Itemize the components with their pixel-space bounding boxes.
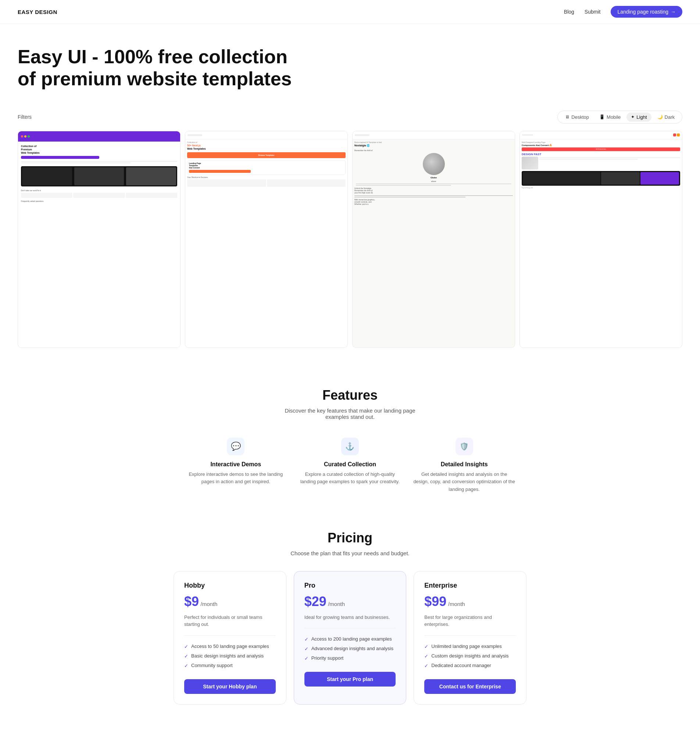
plan-amount-pro: $29 bbox=[304, 594, 326, 609]
pricing-title: Pricing bbox=[18, 530, 682, 546]
plan-features-enterprise: ✓ Unlimited landing page examples ✓ Cust… bbox=[424, 642, 516, 670]
shield-icon: 🛡️ bbox=[459, 442, 469, 451]
template-card-4[interactable]: Well-Designed Landing Page Components th… bbox=[519, 131, 682, 348]
check-icon: ✓ bbox=[184, 663, 188, 669]
plan-amount-hobby: $9 bbox=[184, 594, 199, 609]
plan-period-pro: /month bbox=[328, 601, 345, 607]
pricing-subtitle: Choose the plan that fits your needs and… bbox=[18, 550, 682, 557]
filter-mobile[interactable]: 📱 Mobile bbox=[595, 112, 625, 122]
check-icon: ✓ bbox=[424, 644, 428, 649]
plan-period-hobby: /month bbox=[201, 601, 218, 607]
template-grid: Collection ofPremiumWeb Templates Don't … bbox=[0, 131, 700, 365]
hero-title: Easy UI - 100% free collection of premiu… bbox=[18, 46, 299, 90]
check-icon: ✓ bbox=[184, 654, 188, 659]
filter-desktop[interactable]: 🖥 Desktop bbox=[561, 112, 593, 122]
plan-divider-pro bbox=[304, 628, 396, 628]
plan-feature-pro-3: ✓ Priority support bbox=[304, 654, 396, 663]
feature-insights-title: Detailed Insights bbox=[413, 461, 515, 468]
feature-icon-curated: ⚓ bbox=[341, 438, 359, 455]
plan-desc-enterprise: Best for large organizations and enterpr… bbox=[424, 614, 516, 628]
feature-curated-desc: Explore a curated collection of high-qua… bbox=[299, 471, 401, 486]
plan-feature-hobby-3: ✓ Community support bbox=[184, 661, 276, 670]
feature-curated-collection: ⚓ Curated Collection Explore a curated c… bbox=[299, 438, 401, 494]
anchor-icon: ⚓ bbox=[345, 442, 354, 451]
filter-mobile-icon: 📱 bbox=[599, 114, 605, 120]
plan-price-hobby: $9 /month bbox=[184, 594, 276, 609]
plan-feature-enterprise-2: ✓ Custom design insights and analysis bbox=[424, 651, 516, 661]
plan-features-pro: ✓ Access to 200 landing page examples ✓ … bbox=[304, 634, 396, 663]
nav-link-blog[interactable]: Blog bbox=[564, 9, 574, 15]
nav-logo: EASY DESIGN bbox=[18, 9, 57, 15]
check-icon: ✓ bbox=[304, 646, 308, 652]
plan-feature-pro-2: ✓ Advanced design insights and analysis bbox=[304, 644, 396, 654]
check-icon: ✓ bbox=[304, 637, 308, 642]
plan-feature-hobby-1: ✓ Access to 50 landing page examples bbox=[184, 642, 276, 651]
check-icon: ✓ bbox=[184, 644, 188, 649]
features-subtitle: Discover the key features that make our … bbox=[277, 407, 423, 420]
feature-detailed-insights: 🛡️ Detailed Insights Get detailed insigh… bbox=[413, 438, 515, 494]
plan-desc-pro: Ideal for growing teams and businesses. bbox=[304, 614, 396, 621]
feature-icon-interactive: 💬 bbox=[227, 438, 244, 455]
pricing-card-pro: Pro $29 /month Ideal for growing teams a… bbox=[294, 571, 407, 705]
feature-curated-title: Curated Collection bbox=[299, 461, 401, 468]
pricing-card-enterprise: Enterprise $99 /month Best for large org… bbox=[414, 571, 526, 705]
template-card-3[interactable]: Retro-inspired UI Template to feel Nosta… bbox=[352, 131, 515, 348]
filter-light-icon: ✦ bbox=[631, 114, 634, 120]
nav-cta-button[interactable]: Landing page roasting → bbox=[611, 6, 682, 18]
plan-price-enterprise: $99 /month bbox=[424, 594, 516, 609]
filters-label: Filters bbox=[18, 114, 31, 120]
plan-price-pro: $29 /month bbox=[304, 594, 396, 609]
plan-feature-hobby-2: ✓ Basic design insights and analysis bbox=[184, 651, 276, 661]
filter-group: 🖥 Desktop 📱 Mobile ✦ Light 🌙 Dark bbox=[557, 111, 682, 124]
plan-cta-hobby[interactable]: Start your Hobby plan bbox=[184, 679, 276, 694]
filter-mobile-label: Mobile bbox=[607, 114, 621, 120]
feature-interactive-desc: Explore interactive demos to see the lan… bbox=[185, 471, 287, 486]
navbar: EASY DESIGN Blog Submit Landing page roa… bbox=[0, 0, 700, 24]
filters-row: Filters 🖥 Desktop 📱 Mobile ✦ Light 🌙 Dar… bbox=[0, 105, 700, 131]
feature-interactive-title: Interactive Demos bbox=[185, 461, 287, 468]
pricing-section: Pricing Choose the plan that fits your n… bbox=[0, 508, 700, 727]
filter-dark-label: Dark bbox=[665, 114, 675, 120]
template-card-1[interactable]: Collection ofPremiumWeb Templates Don't … bbox=[18, 131, 181, 348]
feature-icon-insights: 🛡️ bbox=[456, 438, 473, 455]
plan-cta-pro[interactable]: Start your Pro plan bbox=[304, 672, 396, 687]
pricing-card-hobby: Hobby $9 /month Perfect for individuals … bbox=[174, 571, 286, 705]
plan-feature-enterprise-3: ✓ Dedicated account manager bbox=[424, 661, 516, 670]
nav-links: Blog Submit Landing page roasting → bbox=[564, 6, 682, 18]
plan-name-hobby: Hobby bbox=[184, 582, 276, 589]
plan-name-enterprise: Enterprise bbox=[424, 582, 516, 589]
plan-period-enterprise: /month bbox=[448, 601, 465, 607]
nav-link-submit[interactable]: Submit bbox=[585, 9, 601, 15]
filter-desktop-label: Desktop bbox=[571, 114, 589, 120]
plan-divider-enterprise bbox=[424, 636, 516, 636]
check-icon: ✓ bbox=[304, 656, 308, 661]
plan-cta-enterprise[interactable]: Contact us for Enterprise bbox=[424, 679, 516, 694]
features-grid: 💬 Interactive Demos Explore interactive … bbox=[185, 438, 515, 494]
chat-icon: 💬 bbox=[231, 441, 241, 451]
plan-amount-enterprise: $99 bbox=[424, 594, 446, 609]
plan-divider-hobby bbox=[184, 636, 276, 636]
filter-desktop-icon: 🖥 bbox=[565, 114, 570, 120]
nav-cta-label: Landing page roasting bbox=[617, 9, 669, 15]
feature-interactive-demos: 💬 Interactive Demos Explore interactive … bbox=[185, 438, 287, 494]
feature-insights-desc: Get detailed insights and analysis on th… bbox=[413, 471, 515, 494]
nav-cta-arrow: → bbox=[671, 9, 676, 15]
filter-dark-icon: 🌙 bbox=[657, 114, 663, 120]
check-icon: ✓ bbox=[424, 663, 428, 669]
plan-feature-pro-1: ✓ Access to 200 landing page examples bbox=[304, 634, 396, 644]
hero-section: Easy UI - 100% free collection of premiu… bbox=[0, 24, 316, 105]
pricing-grid: Hobby $9 /month Perfect for individuals … bbox=[174, 571, 526, 705]
features-section: Features Discover the key features that … bbox=[0, 365, 700, 508]
template-card-2[interactable]: Collection of 50+ Next.js Web Templates … bbox=[185, 131, 348, 348]
plan-feature-enterprise-1: ✓ Unlimited landing page examples bbox=[424, 642, 516, 651]
check-icon: ✓ bbox=[424, 654, 428, 659]
filter-light-label: Light bbox=[636, 114, 647, 120]
plan-features-hobby: ✓ Access to 50 landing page examples ✓ B… bbox=[184, 642, 276, 670]
filter-light[interactable]: ✦ Light bbox=[627, 112, 651, 122]
plan-name-pro: Pro bbox=[304, 582, 396, 589]
filter-dark[interactable]: 🌙 Dark bbox=[653, 112, 679, 122]
plan-desc-hobby: Perfect for individuals or small teams s… bbox=[184, 614, 276, 628]
features-title: Features bbox=[18, 387, 682, 403]
